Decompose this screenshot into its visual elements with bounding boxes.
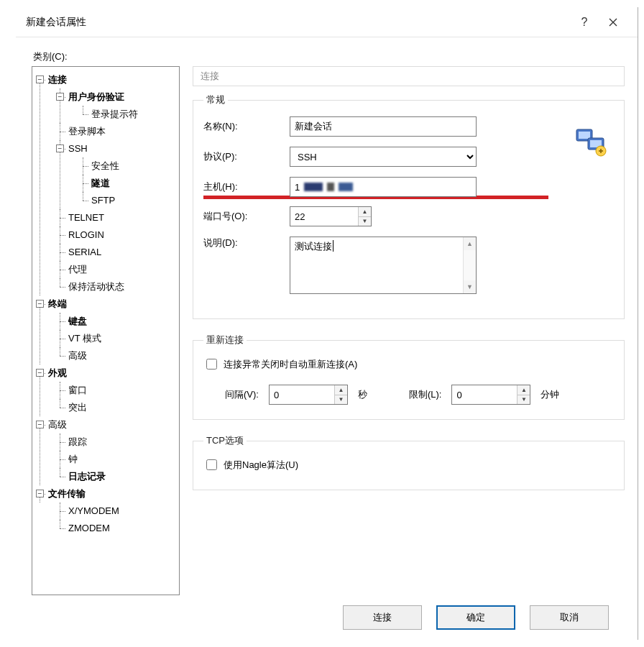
port-input[interactable]: [290, 207, 358, 226]
close-button[interactable]: [599, 11, 627, 34]
reconnect-group: 重新连接 连接异常关闭时自动重新连接(A) 间隔(V): ▲ ▼: [193, 334, 625, 420]
tree-toggle[interactable]: −: [36, 369, 44, 377]
tree-node-telnet[interactable]: TELNET: [67, 212, 106, 223]
tree-node-highlight[interactable]: 突出: [67, 402, 88, 413]
tree-node-vt[interactable]: VT 模式: [67, 333, 103, 344]
tree-node-file-transfer[interactable]: 文件传输: [47, 488, 87, 499]
tree-node-proxy[interactable]: 代理: [67, 264, 88, 275]
name-label: 名称(N):: [203, 120, 290, 133]
interval-label: 间隔(V):: [225, 388, 259, 401]
scroll-up-icon[interactable]: ▲: [464, 237, 476, 250]
tree-node-login-script[interactable]: 登录脚本: [67, 126, 107, 137]
limit-spinner[interactable]: ▲ ▼: [451, 385, 530, 405]
help-button[interactable]: ?: [570, 11, 599, 34]
general-legend: 常规: [203, 93, 228, 106]
tree-node-appearance[interactable]: 外观: [47, 367, 68, 378]
tree-toggle[interactable]: −: [36, 490, 44, 497]
description-textarea[interactable]: 测试连接 ▲ ▼: [290, 237, 477, 294]
tree-node-zmodem[interactable]: ZMODEM: [67, 523, 111, 533]
name-input[interactable]: [290, 116, 477, 137]
host-value-text: 1: [295, 182, 300, 193]
host-label: 主机(H):: [203, 180, 290, 193]
tree-node-advanced[interactable]: 高级: [47, 419, 68, 430]
host-input[interactable]: 1: [290, 177, 477, 197]
session-properties-dialog: 新建会话属性 ? 类别(C): − 连接 −: [16, 7, 638, 640]
tree-node-login-prompt[interactable]: 登录提示符: [90, 109, 139, 119]
auto-reconnect-checkbox[interactable]: [206, 359, 217, 370]
auto-reconnect-label: 连接异常关闭时自动重新连接(A): [224, 358, 357, 371]
tree-toggle[interactable]: −: [56, 93, 64, 101]
port-spinner[interactable]: ▲ ▼: [290, 206, 372, 226]
limit-input[interactable]: [452, 385, 517, 404]
spin-up-icon[interactable]: ▲: [359, 207, 371, 216]
minutes-label: 分钟: [540, 388, 559, 401]
scroll-track[interactable]: [464, 250, 476, 280]
tree-node-keepalive[interactable]: 保持活动状态: [67, 281, 126, 292]
dialog-footer: 连接 确定 取消: [32, 595, 625, 640]
text-caret: [333, 240, 334, 252]
category-label: 类别(C):: [33, 50, 625, 63]
dialog-title: 新建会话属性: [26, 16, 570, 29]
interval-spinner[interactable]: ▲ ▼: [269, 385, 348, 405]
tree-node-tunnel[interactable]: 隧道: [90, 178, 111, 188]
close-icon: [609, 18, 617, 27]
tree-toggle[interactable]: −: [36, 75, 44, 83]
connect-button[interactable]: 连接: [343, 605, 422, 630]
port-label: 端口号(O):: [203, 210, 290, 223]
redacted-block: [327, 183, 334, 191]
tree-node-serial[interactable]: SERIAL: [67, 247, 103, 257]
tree-node-security[interactable]: 安全性: [90, 160, 121, 171]
cancel-button[interactable]: 取消: [530, 605, 609, 630]
tree-node-bell[interactable]: 钟: [67, 454, 79, 464]
tree-toggle[interactable]: −: [36, 421, 44, 428]
nagle-checkbox[interactable]: [206, 459, 217, 470]
tree-node-trace[interactable]: 跟踪: [67, 436, 88, 447]
tcp-group: TCP选项 使用Nagle算法(U): [193, 434, 625, 490]
tree-toggle[interactable]: −: [56, 144, 64, 152]
ok-button[interactable]: 确定: [436, 605, 515, 630]
tree-node-auth[interactable]: 用户身份验证: [67, 91, 126, 102]
tree-node-sftp[interactable]: SFTP: [90, 195, 116, 206]
redacted-block: [339, 183, 353, 191]
protocol-select[interactable]: SSH: [290, 147, 477, 167]
tree-node-keyboard[interactable]: 键盘: [67, 316, 88, 326]
tree-node-advanced-term[interactable]: 高级: [67, 350, 88, 361]
tree-node-logging[interactable]: 日志记录: [67, 471, 107, 482]
tree-node-ssh[interactable]: SSH: [67, 143, 89, 154]
seconds-label: 秒: [358, 388, 367, 401]
svg-rect-1: [579, 132, 590, 139]
tree-toggle[interactable]: −: [36, 300, 44, 308]
general-group: 常规 名称(N): 协议(P):: [193, 93, 625, 319]
spin-down-icon[interactable]: ▼: [359, 216, 371, 226]
tcp-legend: TCP选项: [203, 434, 247, 447]
category-tree[interactable]: − 连接 − 用户身份验证 登录提示符 登录脚本: [32, 66, 180, 595]
spin-down-icon[interactable]: ▼: [518, 395, 530, 405]
tree-node-rlogin[interactable]: RLOGIN: [67, 229, 106, 240]
tree-node-terminal[interactable]: 终端: [47, 298, 68, 309]
spin-up-icon[interactable]: ▲: [518, 385, 530, 395]
interval-input[interactable]: [270, 385, 334, 404]
protocol-label: 协议(P):: [203, 150, 290, 163]
scroll-down-icon[interactable]: ▼: [464, 280, 476, 293]
spin-down-icon[interactable]: ▼: [335, 395, 347, 405]
tree-node-xymodem[interactable]: X/YMODEM: [67, 505, 121, 516]
tree-node-connection[interactable]: 连接: [47, 74, 68, 85]
desc-value-text: 测试连接: [295, 240, 332, 253]
titlebar: 新建会话属性 ?: [16, 7, 638, 37]
desc-label: 说明(D):: [203, 237, 290, 249]
redacted-block: [304, 183, 323, 191]
breadcrumb: 连接: [193, 66, 625, 86]
limit-label: 限制(L):: [409, 388, 442, 401]
reconnect-legend: 重新连接: [203, 334, 247, 347]
nagle-label: 使用Nagle算法(U): [224, 459, 298, 472]
connection-icon: [575, 127, 610, 158]
tree-node-window[interactable]: 窗口: [67, 385, 88, 395]
spin-up-icon[interactable]: ▲: [335, 385, 347, 395]
